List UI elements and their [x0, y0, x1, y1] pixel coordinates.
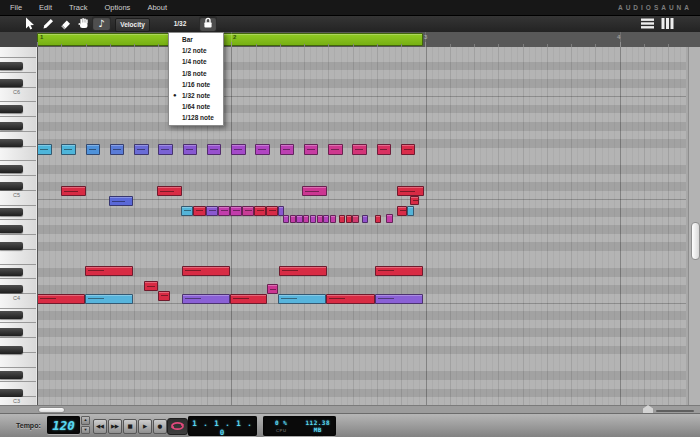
note[interactable] — [193, 206, 206, 216]
piano-key-black[interactable] — [0, 225, 23, 233]
note[interactable] — [158, 144, 173, 155]
piano-key-black[interactable] — [0, 139, 23, 147]
note[interactable] — [218, 206, 230, 216]
piano-key-black[interactable] — [0, 208, 23, 216]
note[interactable] — [144, 281, 158, 291]
grid-menu-item-1-16-note[interactable]: 1/16 note — [169, 79, 223, 90]
note[interactable] — [279, 266, 327, 276]
note[interactable] — [397, 186, 424, 196]
vertical-scroll-thumb[interactable] — [691, 222, 700, 260]
tempo-down-button[interactable]: ▼ — [81, 426, 90, 435]
note[interactable] — [207, 144, 222, 155]
note[interactable] — [206, 206, 218, 216]
note[interactable] — [401, 144, 416, 155]
note[interactable] — [328, 144, 343, 155]
piano-key-black[interactable] — [0, 346, 23, 354]
note[interactable] — [183, 144, 198, 155]
note[interactable] — [375, 215, 381, 224]
note[interactable] — [352, 144, 367, 155]
note[interactable] — [181, 206, 193, 216]
piano-key-black[interactable] — [0, 389, 23, 397]
note[interactable] — [296, 215, 302, 224]
grid-menu-item-1-8-note[interactable]: 1/8 note — [169, 68, 223, 79]
note[interactable] — [280, 144, 295, 155]
note[interactable] — [61, 144, 76, 155]
note[interactable] — [330, 215, 336, 224]
note[interactable] — [278, 294, 326, 304]
stop-button[interactable]: ■ — [123, 419, 137, 434]
piano-key-black[interactable] — [0, 79, 23, 87]
menu-about[interactable]: About — [147, 3, 167, 12]
note[interactable] — [407, 206, 414, 216]
grid-size-button[interactable]: 1/32 — [163, 18, 197, 30]
note[interactable] — [267, 284, 278, 294]
note[interactable] — [410, 196, 419, 206]
forward-button[interactable]: ▶▶ — [108, 419, 122, 434]
note[interactable] — [37, 294, 85, 304]
note[interactable] — [61, 186, 86, 196]
note[interactable] — [302, 186, 327, 196]
note[interactable] — [158, 291, 170, 301]
rewind-button[interactable]: ◀◀ — [93, 419, 107, 434]
menu-track[interactable]: Track — [69, 3, 87, 12]
note[interactable] — [134, 144, 149, 155]
piano-key-black[interactable] — [0, 328, 23, 336]
piano-key-black[interactable] — [0, 371, 23, 379]
erase-tool[interactable] — [57, 17, 74, 30]
piano-key-white-F4[interactable] — [0, 353, 36, 368]
note[interactable] — [386, 214, 393, 223]
piano-key-white-C5[interactable]: C5 — [0, 191, 36, 206]
note[interactable] — [37, 144, 52, 155]
note[interactable] — [231, 144, 246, 155]
grid-menu-item-1-128-note[interactable]: 1/128 note — [169, 112, 223, 123]
note[interactable] — [323, 215, 329, 224]
menu-options[interactable]: Options — [105, 3, 131, 12]
note[interactable] — [397, 206, 407, 216]
play-button[interactable]: ▶ — [138, 419, 152, 434]
note[interactable] — [110, 144, 125, 155]
note[interactable] — [326, 294, 375, 304]
note[interactable] — [266, 206, 278, 216]
piano-key-black[interactable] — [0, 311, 23, 319]
piano-key-white-C4[interactable]: C4 — [0, 294, 36, 309]
note[interactable] — [109, 196, 133, 206]
loop-toggle-button[interactable] — [167, 418, 188, 435]
menu-file[interactable]: File — [10, 3, 22, 12]
piano-key-white-F5[interactable] — [0, 250, 36, 265]
record-button[interactable]: ● — [153, 419, 167, 434]
menu-edit[interactable]: Edit — [39, 3, 52, 12]
piano-key-black[interactable] — [0, 105, 23, 113]
mixer-view-button[interactable] — [640, 18, 655, 30]
note[interactable] — [86, 144, 101, 155]
note-tool[interactable]: ♪ — [93, 17, 110, 30]
grid-menu-item-bar[interactable]: Bar — [169, 34, 223, 45]
select-tool[interactable] — [20, 17, 37, 30]
tempo-up-button[interactable]: ▲ — [81, 416, 90, 425]
note[interactable] — [310, 215, 316, 224]
note[interactable] — [352, 215, 358, 224]
grid-menu-item-1-2-note[interactable]: 1/2 note — [169, 45, 223, 56]
zoom-slider-track[interactable] — [656, 410, 694, 412]
piano-key-white-F6[interactable] — [0, 147, 36, 162]
note[interactable] — [339, 215, 345, 224]
timeline-ruler[interactable]: 1234 — [0, 32, 700, 48]
note-grid[interactable] — [0, 47, 686, 405]
vertical-scrollbar[interactable] — [688, 47, 700, 405]
note[interactable] — [182, 294, 230, 304]
note[interactable] — [283, 215, 289, 224]
note[interactable] — [230, 206, 242, 216]
note[interactable] — [254, 206, 266, 216]
grid-menu-item-1-32-note[interactable]: ●1/32 note — [169, 90, 223, 101]
note[interactable] — [242, 206, 254, 216]
piano-key-black[interactable] — [0, 122, 23, 130]
note[interactable] — [85, 294, 133, 304]
piano-key-black[interactable] — [0, 165, 23, 173]
piano-key-black[interactable] — [0, 268, 23, 276]
note[interactable] — [375, 294, 423, 304]
piano-key-white-C6[interactable]: C6 — [0, 88, 36, 103]
note[interactable] — [303, 215, 309, 224]
grid-menu-item-1-4-note[interactable]: 1/4 note — [169, 56, 223, 67]
note[interactable] — [85, 266, 133, 276]
note[interactable] — [346, 215, 352, 224]
zoom-slider-handle[interactable] — [643, 405, 653, 413]
